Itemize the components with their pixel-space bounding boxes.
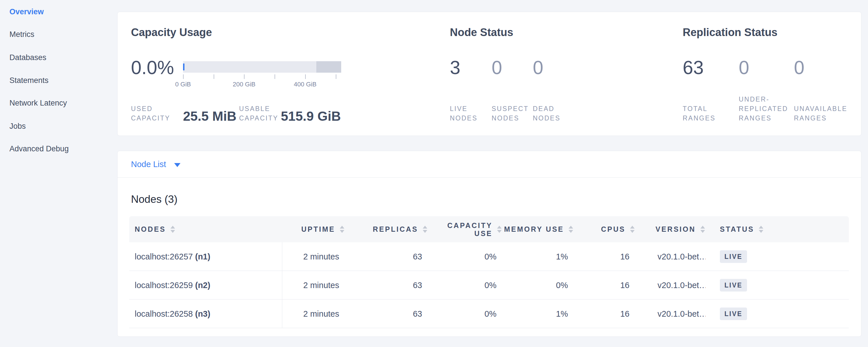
uptime-cell: 2 minutes xyxy=(282,309,349,319)
sidebar-item-statements[interactable]: Statements xyxy=(9,75,49,86)
table-row-node-1[interactable]: localhost:26257 (n1) 2 minutes 63 0% 1% … xyxy=(129,242,849,271)
axis-label-200gib: 200 GiB xyxy=(233,81,256,88)
capacity-use-line1: CAPACITY xyxy=(447,221,493,229)
sort-arrows-icon xyxy=(340,226,344,233)
used-capacity-label-line2: CAPACITY xyxy=(131,114,170,123)
column-header-status-label: STATUS xyxy=(720,225,754,233)
status-cell: LIVE xyxy=(706,308,849,320)
usable-capacity-label-line1: USABLE xyxy=(239,104,278,114)
sidebar-item-overview[interactable]: Overview xyxy=(9,6,44,18)
live-nodes-label-line1: LIVE xyxy=(450,104,477,114)
node-address: localhost:26257 xyxy=(135,252,193,261)
sidebar-item-jobs[interactable]: Jobs xyxy=(9,120,26,132)
usable-capacity-value: 515.9 GiB xyxy=(281,109,341,123)
table-row-node-3[interactable]: localhost:26258 (n3) 2 minutes 63 0% 1% … xyxy=(129,299,849,328)
replicas-cell: 63 xyxy=(349,252,432,261)
unavailable-ranges-label: UNAVAILABLE RANGES xyxy=(794,104,847,123)
node-list-card: Node List Nodes (3) NODES UPTIME REPLICA… xyxy=(117,151,861,337)
memory-use-cell: 1% xyxy=(507,252,578,261)
usable-capacity-label: USABLE CAPACITY xyxy=(239,104,278,123)
live-nodes-count: 3 xyxy=(450,57,461,78)
status-badge: LIVE xyxy=(720,279,747,291)
capacity-reserved-segment xyxy=(316,61,341,73)
table-row-node-2[interactable]: localhost:26259 (n2) 2 minutes 63 0% 0% … xyxy=(129,271,849,299)
column-header-replicas-label: REPLICAS xyxy=(373,225,418,233)
replicas-cell: 63 xyxy=(349,281,432,290)
capacity-usage-title: Capacity Usage xyxy=(131,26,212,39)
total-ranges-label-line1: TOTAL xyxy=(683,104,716,114)
status-cell: LIVE xyxy=(706,279,849,291)
sidebar-item-metrics[interactable]: Metrics xyxy=(9,29,34,40)
chevron-down-icon xyxy=(174,163,181,167)
nodes-section-title: Nodes (3) xyxy=(131,193,177,206)
sidebar-item-network-latency[interactable]: Network Latency xyxy=(9,97,67,109)
column-header-capacity-use[interactable]: CAPACITY USE xyxy=(432,221,507,238)
column-header-replicas[interactable]: REPLICAS xyxy=(349,225,432,233)
under-replicated-ranges-label: UNDER- REPLICATED RANGES xyxy=(739,95,788,123)
cpus-cell: 16 xyxy=(578,281,640,290)
suspect-nodes-label-line1: SUSPECT xyxy=(492,104,529,114)
capacity-used-percent: 0.0% xyxy=(131,57,174,78)
under-replicated-label-line3: RANGES xyxy=(739,114,788,123)
cpus-cell: 16 xyxy=(578,252,640,261)
capacity-gauge xyxy=(183,61,341,73)
column-header-capacity-use-label: CAPACITY USE xyxy=(447,221,493,238)
sort-arrows-icon xyxy=(170,226,175,233)
capacity-used-bar xyxy=(183,64,184,70)
node-address: localhost:26258 xyxy=(135,309,193,319)
node-list-dropdown-label: Node List xyxy=(131,160,166,169)
cpus-cell: 16 xyxy=(578,309,640,319)
total-ranges-label-line2: RANGES xyxy=(683,114,716,123)
sort-arrows-icon xyxy=(630,226,634,233)
version-cell: v20.1.0-bet… xyxy=(640,252,706,261)
dead-nodes-count: 0 xyxy=(533,57,544,78)
memory-use-cell: 1% xyxy=(507,309,578,319)
sort-arrows-icon xyxy=(701,226,705,233)
suspect-nodes-count: 0 xyxy=(492,57,502,78)
status-badge: LIVE xyxy=(720,250,747,263)
node-address: localhost:26259 xyxy=(135,281,193,290)
axis-label-0gib: 0 GiB xyxy=(175,81,191,88)
sort-arrows-icon xyxy=(568,226,573,233)
version-cell: v20.1.0-bet… xyxy=(640,309,706,319)
version-cell: v20.1.0-bet… xyxy=(640,281,706,290)
dead-nodes-label: DEAD NODES xyxy=(533,104,561,123)
replicas-cell: 63 xyxy=(349,309,432,319)
column-header-cpus[interactable]: CPUS xyxy=(578,225,640,233)
used-capacity-value: 25.5 MiB xyxy=(183,109,237,123)
column-header-nodes[interactable]: NODES xyxy=(129,225,282,233)
status-badge: LIVE xyxy=(720,308,747,320)
used-capacity-label: USED CAPACITY xyxy=(131,104,170,123)
column-header-uptime-label: UPTIME xyxy=(302,225,335,233)
column-header-nodes-label: NODES xyxy=(135,225,166,233)
node-id: (n2) xyxy=(195,281,210,290)
under-replicated-ranges-count: 0 xyxy=(739,57,749,78)
under-replicated-label-line2: REPLICATED xyxy=(739,104,788,114)
uptime-cell: 2 minutes xyxy=(282,281,349,290)
node-id: (n3) xyxy=(195,309,210,319)
status-cell: LIVE xyxy=(706,250,849,263)
sidebar-item-databases[interactable]: Databases xyxy=(9,52,46,63)
node-address-cell: localhost:26259 (n2) xyxy=(129,271,282,299)
usable-capacity-label-line2: CAPACITY xyxy=(239,114,278,123)
uptime-cell: 2 minutes xyxy=(282,252,349,261)
sort-arrows-icon xyxy=(497,226,502,233)
node-id: (n1) xyxy=(195,252,210,261)
capacity-axis-labels: 0 GiB 200 GiB 400 GiB xyxy=(183,81,341,89)
column-header-version[interactable]: VERSION xyxy=(640,225,706,233)
node-list-dropdown[interactable]: Node List xyxy=(131,151,181,178)
column-header-cpus-label: CPUS xyxy=(601,225,625,233)
used-capacity-label-line1: USED xyxy=(131,104,170,114)
column-header-memory-use[interactable]: MEMORY USE xyxy=(507,225,578,233)
capacity-use-cell: 0% xyxy=(432,309,507,319)
column-header-status[interactable]: STATUS xyxy=(706,225,849,233)
sidebar-item-advanced-debug[interactable]: Advanced Debug xyxy=(9,143,69,155)
column-header-uptime[interactable]: UPTIME xyxy=(282,225,349,233)
node-status-title: Node Status xyxy=(450,26,514,39)
under-replicated-label-line1: UNDER- xyxy=(739,95,788,104)
dead-nodes-label-line2: NODES xyxy=(533,114,561,123)
axis-label-400gib: 400 GiB xyxy=(294,81,317,88)
node-address-cell: localhost:26258 (n3) xyxy=(129,299,282,328)
capacity-use-cell: 0% xyxy=(432,252,507,261)
nodes-table-header: NODES UPTIME REPLICAS CAPACITY USE MEMOR… xyxy=(129,216,849,242)
